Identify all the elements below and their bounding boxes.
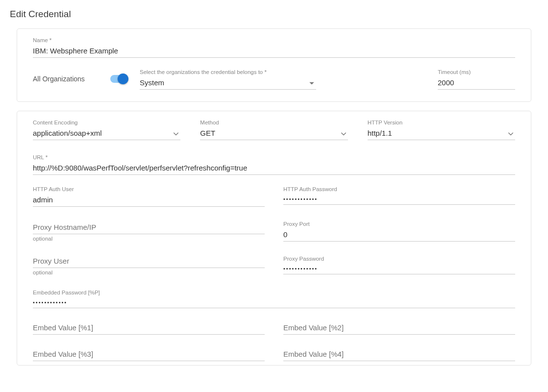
embed3-field [33,348,265,361]
proxy-pw-field: Proxy Password [283,255,515,274]
method-label: Method [200,119,348,126]
embed1-field [33,322,265,335]
all-orgs-toggle[interactable] [110,75,127,83]
embed4-input[interactable] [283,348,515,361]
embed-pw-label: Embedded Password [%P] [33,289,515,296]
auth-user-label: HTTP Auth User [33,186,265,193]
url-input[interactable] [33,162,515,175]
embed-pw-field: Embedded Password [%P] [33,289,515,308]
httpver-select[interactable] [368,127,515,140]
embed2-field [283,322,515,335]
proxy-host-helper: optional [33,236,265,242]
auth-pw-field: HTTP Auth Password [283,186,515,207]
org-select[interactable] [140,77,316,90]
url-label: URL * [33,154,515,161]
auth-user-field: HTTP Auth User [33,186,265,207]
proxy-pw-input[interactable] [283,264,515,274]
url-field: URL * [33,154,515,175]
name-label: Name * [33,37,515,44]
page-title: Edit Credential [10,9,539,20]
name-input[interactable] [33,45,515,58]
proxy-user-field: optional [33,255,265,275]
embed1-input[interactable] [33,322,265,335]
proxy-user-input[interactable] [33,255,265,268]
org-field: Select the organizations the credential … [140,69,316,90]
encoding-field: Content Encoding [33,119,180,140]
proxy-port-input[interactable] [283,229,515,242]
embed3-input[interactable] [33,348,265,361]
proxy-host-field: optional [33,221,265,242]
proxy-port-field: Proxy Port [283,220,515,242]
all-orgs-label: All Organizations [33,75,101,83]
proxy-port-label: Proxy Port [283,220,515,228]
auth-user-input[interactable] [33,194,265,207]
embed2-input[interactable] [283,322,515,335]
auth-pw-input[interactable] [283,195,515,205]
card-details: Content Encoding Method HTTP Version [17,111,531,366]
timeout-label: Timeout (ms) [438,69,515,76]
card-basic: Name * All Organizations Select the orga… [17,28,531,102]
embed4-field [283,348,515,361]
proxy-host-input[interactable] [33,221,265,234]
proxy-user-helper: optional [33,270,265,275]
timeout-field: Timeout (ms) [438,69,515,90]
httpver-field: HTTP Version [368,119,515,140]
timeout-input[interactable] [438,77,515,90]
embed-pw-input[interactable] [33,298,515,308]
proxy-pw-label: Proxy Password [283,255,515,263]
encoding-select[interactable] [33,127,180,140]
name-field: Name * [33,37,515,58]
auth-pw-label: HTTP Auth Password [283,186,515,193]
encoding-label: Content Encoding [33,119,180,126]
org-label: Select the organizations the credential … [140,69,316,76]
method-field: Method [200,119,348,140]
httpver-label: HTTP Version [368,119,515,126]
method-select[interactable] [200,127,348,140]
